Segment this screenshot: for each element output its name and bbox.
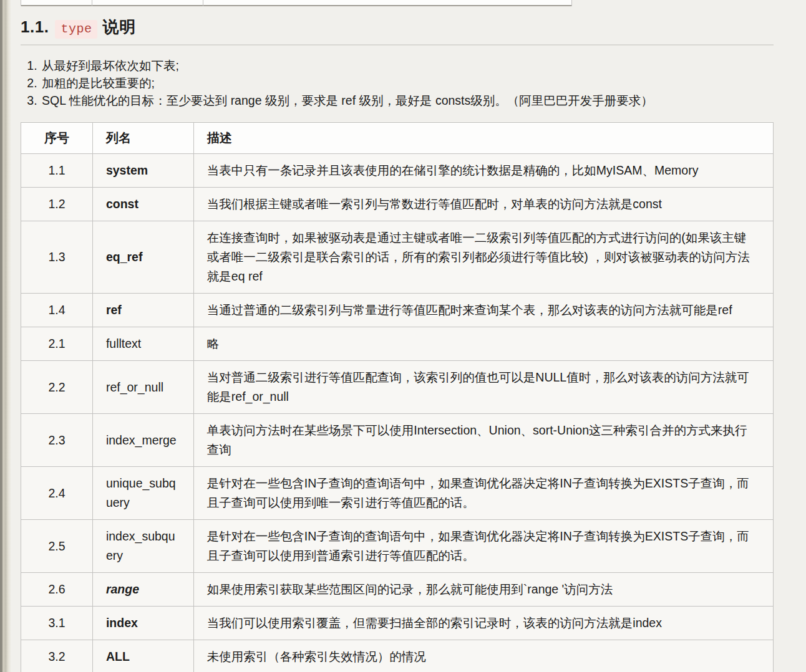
list-item: 加粗的是比较重要的; <box>41 74 774 92</box>
cell-desc: 当我们根据主键或者唯一索引列与常数进行等值匹配时，对单表的访问方法就是const <box>193 188 773 221</box>
cell-no: 2.5 <box>21 520 93 573</box>
cell-desc: 如果使用索引获取某些范围区间的记录，那么就可能使用到`range '访问方法 <box>193 573 773 607</box>
heading-title: 说明 <box>102 17 135 36</box>
cell-desc: 是针对在一些包含IN子查询的查询语句中，如果查询优化器决定将IN子查询转换为EX… <box>193 467 773 520</box>
cell-name: range <box>92 573 193 607</box>
table-row: 1.4 ref 当通过普通的二级索引列与常量进行等值匹配时来查询某个表，那么对该… <box>21 294 774 327</box>
cell-no: 2.2 <box>21 361 93 414</box>
table-row: 2.3 index_merge 单表访问方法时在某些场景下可以使用Interse… <box>21 414 774 467</box>
cell-desc: 当对普通二级索引进行等值匹配查询，该索引列的值也可以是NULL值时，那么对该表的… <box>193 361 773 414</box>
cell-name: index_subquery <box>92 520 193 573</box>
cell-no: 2.6 <box>21 573 93 607</box>
clipped-cell <box>21 0 92 6</box>
cell-no: 3.1 <box>21 607 93 640</box>
table-row: 2.5 index_subquery 是针对在一些包含IN子查询的查询语句中，如… <box>21 520 774 573</box>
cell-no: 1.3 <box>21 221 93 294</box>
cell-desc: 当表中只有一条记录并且该表使用的在储引擎的统计数据是精确的，比如MyISAM、M… <box>193 154 773 188</box>
cell-no: 3.2 <box>21 640 93 672</box>
heading-rule <box>21 44 774 46</box>
table-row: 3.1 index 当我们可以使用索引覆盖，但需要扫描全部的索引记录时，该表的访… <box>21 607 774 640</box>
table-row: 2.4 unique_subquery 是针对在一些包含IN子查询的查询语句中，… <box>21 467 774 520</box>
column-header-desc: 描述 <box>193 123 773 154</box>
cell-no: 1.4 <box>21 294 93 327</box>
inline-code-type: type <box>55 20 97 39</box>
cell-no: 2.1 <box>21 327 93 361</box>
heading-number: 1.1. <box>21 17 49 36</box>
cell-no: 2.4 <box>21 467 93 520</box>
list-item: 从最好到最坏依次如下表; <box>41 57 774 74</box>
cell-name: fulltext <box>92 327 193 361</box>
cell-name: index_merge <box>92 414 193 467</box>
table-row: 2.6 range 如果使用索引获取某些范围区间的记录，那么就可能使用到`ran… <box>21 573 774 607</box>
cell-no: 1.1 <box>21 154 93 188</box>
column-header-name: 列名 <box>92 123 193 154</box>
table-row: 1.3 eq_ref 在连接查询时，如果被驱动表是通过主键或者唯一二级索引列等值… <box>21 221 774 294</box>
cell-desc: 是针对在一些包含IN子查询的查询语句中，如果查询优化器决定将IN子查询转换为EX… <box>193 520 773 573</box>
clipped-cell <box>203 0 572 6</box>
clipped-table-above <box>21 0 572 6</box>
document: 1.1.type说明 从最好到最坏依次如下表; 加粗的是比较重要的; SQL 性… <box>21 0 774 672</box>
cell-desc: 单表访问方法时在某些场景下可以使用Intersection、Union、sort… <box>193 414 773 467</box>
cell-no: 2.3 <box>21 414 93 467</box>
table-row: 3.2 ALL 未使用索引（各种索引失效情况）的情况 <box>21 640 774 672</box>
window-left-edge <box>0 0 11 672</box>
clipped-cell <box>92 0 203 6</box>
cell-name: unique_subquery <box>92 467 193 520</box>
type-table: 序号 列名 描述 1.1 system 当表中只有一条记录并且该表使用的在储引擎… <box>21 122 774 672</box>
cell-name: ref_or_null <box>92 361 193 414</box>
cell-name: index <box>92 607 193 640</box>
table-row: 1.1 system 当表中只有一条记录并且该表使用的在储引擎的统计数据是精确的… <box>21 154 774 188</box>
table-row: 2.2 ref_or_null 当对普通二级索引进行等值匹配查询，该索引列的值也… <box>21 361 774 414</box>
cell-name: ref <box>92 294 193 327</box>
table-row: 1.2 const 当我们根据主键或者唯一索引列与常数进行等值匹配时，对单表的访… <box>21 188 774 221</box>
cell-name: eq_ref <box>92 221 193 294</box>
cell-name: ALL <box>92 640 193 672</box>
table-row: 2.1 fulltext 略 <box>21 327 774 361</box>
cell-desc: 在连接查询时，如果被驱动表是通过主键或者唯一二级索引列等值匹配的方式进行访问的(… <box>193 221 773 294</box>
table-header-row: 序号 列名 描述 <box>21 123 774 154</box>
cell-desc: 未使用索引（各种索引失效情况）的情况 <box>193 640 773 672</box>
cell-desc: 当我们可以使用索引覆盖，但需要扫描全部的索引记录时，该表的访问方法就是index <box>193 607 773 640</box>
cell-no: 1.2 <box>21 188 93 221</box>
cell-name: const <box>92 188 193 221</box>
notes-list: 从最好到最坏依次如下表; 加粗的是比较重要的; SQL 性能优化的目标：至少要达… <box>26 57 774 109</box>
cell-desc: 略 <box>193 327 773 361</box>
list-item: SQL 性能优化的目标：至少要达到 range 级别，要求是 ref 级别，最好… <box>41 92 774 109</box>
cell-desc: 当通过普通的二级索引列与常量进行等值匹配时来查询某个表，那么对该表的访问方法就可… <box>193 294 773 327</box>
cell-name: system <box>92 154 193 188</box>
section-heading: 1.1.type说明 <box>21 16 774 40</box>
column-header-no: 序号 <box>21 123 93 154</box>
